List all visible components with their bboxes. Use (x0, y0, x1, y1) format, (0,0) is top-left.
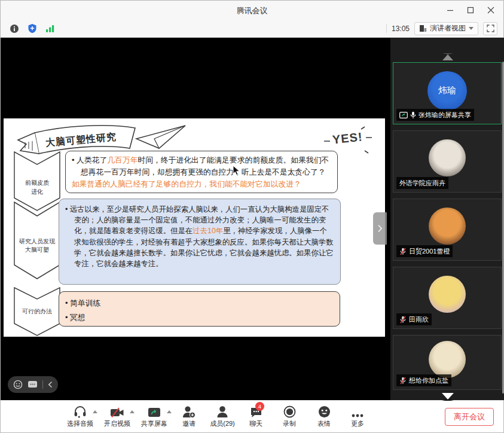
participant-tile-3[interactable]: 日贸2001蕾橙 (393, 199, 502, 261)
danmaku-button[interactable] (28, 380, 38, 389)
maximize-icon (467, 7, 474, 14)
mouse-cursor (233, 165, 240, 176)
invite-label: 邀请 (182, 419, 196, 428)
leave-meeting-button[interactable]: 离开会议 (445, 408, 494, 426)
camera-options-caret (130, 410, 135, 413)
danmaku-icon (28, 380, 38, 389)
scroll-down-arrow[interactable] (442, 393, 454, 401)
bottom-toolbar: 选择音频 开启视频 共享屏幕 邀请 成员(29) 4 聊天 录制 (1, 400, 503, 432)
more-icon (351, 413, 364, 418)
sidebar-collapse-handle[interactable] (373, 212, 387, 245)
security-shield-icon (28, 23, 37, 33)
textbox-2-paragraph: 远古以来，至少是研究人员开始探索人脑以来，人们一直认为大脑构造是固定不变的；人的… (65, 204, 334, 269)
avatar (429, 341, 466, 378)
participant-name: 张炜瑜的屏幕共享 (419, 111, 471, 120)
record-icon (283, 405, 296, 418)
screen-share-indicator-icon (399, 112, 408, 118)
participant-name: 外语学院应雨卉 (399, 179, 445, 188)
chat-button[interactable]: 4 聊天 (240, 405, 272, 428)
participant-tile-4[interactable]: 田雨欣 (393, 267, 502, 329)
camera-off-icon (110, 407, 124, 418)
topbar-right-group: 13:05 演讲者视图 (386, 22, 497, 35)
chevron-right-icon (377, 224, 383, 233)
mic-on-icon (410, 111, 416, 119)
window-title: 腾讯会议 (1, 5, 503, 16)
smiley-icon (318, 405, 331, 418)
audio-options-caret (93, 410, 97, 413)
avatar (429, 276, 466, 313)
info-icon (10, 24, 19, 33)
invite-button[interactable]: 邀请 (173, 405, 205, 428)
window-controls (440, 1, 501, 20)
headset-icon (74, 405, 87, 418)
meeting-content: 大脑可塑性研究 YES! 前额皮质 进化 研究人员发现 大脑可塑 (1, 38, 503, 400)
camera-toggle-button[interactable]: 开启视频 (99, 405, 136, 428)
network-status-button[interactable] (42, 23, 58, 35)
textbox-1-paragraph: 人类花了几百万年时间，终于进化出了能满足要求的前额皮质。如果我们不想再花一百万年… (72, 154, 331, 190)
slide-textbox-2: 远古以来，至少是研究人员开始探索人脑以来，人们一直认为大脑构造是固定不变的；人的… (59, 199, 341, 285)
record-button[interactable]: 录制 (272, 405, 307, 428)
mic-muted-icon (399, 248, 407, 255)
minimize-button[interactable] (440, 1, 460, 20)
camera-toggle-label: 开启视频 (104, 419, 130, 428)
network-signal-icon (45, 25, 55, 33)
reaction-pill (8, 376, 58, 393)
audio-select-button[interactable]: 选择音频 (62, 405, 99, 428)
avatar: 炜瑜 (427, 71, 467, 111)
participant-4-label: 田雨欣 (396, 313, 432, 325)
chevron-down-icon (469, 27, 474, 30)
record-label: 录制 (283, 419, 296, 428)
screen-share-button[interactable]: 共享屏幕 (136, 405, 173, 428)
close-button[interactable] (481, 1, 501, 20)
reactions-label: 表情 (317, 419, 331, 428)
titlebar: 腾讯会议 (1, 1, 503, 20)
security-button[interactable] (25, 23, 40, 35)
minimize-icon (447, 7, 454, 14)
yes-doodle: YES! (323, 126, 373, 154)
slide-textbox-1: 人类花了几百万年时间，终于进化出了能满足要求的前额皮质。如果我们不想再花一百万年… (65, 151, 338, 193)
participants-sidebar: 炜瑜 张炜瑜的屏幕共享 外语学院应雨卉 日贸2001蕾橙 (390, 38, 504, 400)
chevron-step-2: 研究人员发现 大脑可塑 (14, 202, 60, 279)
mic-muted-icon (399, 316, 407, 324)
participant-name: 想给你加点盐 (409, 376, 448, 385)
scroll-up-arrow[interactable] (442, 53, 453, 60)
close-icon (487, 7, 494, 14)
chevron-2-label: 研究人员发现 大脑可塑 (14, 237, 60, 255)
chevron-step-3: 可行的办法 (14, 287, 60, 336)
smiley-icon (13, 380, 23, 389)
participant-name: 田雨欣 (409, 315, 429, 324)
meeting-topbar: 13:05 演讲者视图 (1, 20, 503, 38)
participant-3-label: 日贸2001蕾橙 (396, 245, 453, 257)
participant-5-label: 想给你加点盐 (396, 374, 451, 386)
participant-2-label: 外语学院应雨卉 (396, 177, 448, 189)
person-icon (216, 405, 228, 418)
participant-tile-2[interactable]: 外语学院应雨卉 (393, 130, 502, 193)
fullscreen-button[interactable] (483, 22, 497, 35)
meeting-clock: 13:05 (392, 25, 410, 33)
meeting-info-button[interactable] (7, 23, 22, 35)
view-mode-label: 演讲者视图 (430, 23, 466, 33)
maximize-button[interactable] (460, 1, 481, 20)
participant-tile-1[interactable]: 炜瑜 张炜瑜的屏幕共享 (393, 62, 502, 124)
more-label: 更多 (351, 419, 364, 428)
share-options-caret (167, 410, 172, 413)
participant-name: 日贸2001蕾橙 (409, 247, 450, 256)
screen-share-label: 共享屏幕 (141, 419, 167, 428)
pill-divider (42, 380, 43, 389)
chat-unread-badge: 4 (255, 402, 264, 411)
view-mode-dropdown[interactable]: 演讲者视图 (414, 22, 478, 35)
chevron-1-label: 前额皮质 进化 (14, 179, 60, 196)
shared-screen-area: 大脑可塑性研究 YES! 前额皮质 进化 研究人员发现 大脑可塑 (1, 38, 390, 400)
emoji-reaction-button[interactable] (13, 380, 23, 389)
members-button[interactable]: 成员(29) (205, 405, 240, 428)
person-add-icon (182, 405, 196, 418)
more-button[interactable]: 更多 (341, 405, 374, 428)
chat-label: 聊天 (249, 419, 262, 428)
textbox-3-item-1: 简单训练 (65, 296, 334, 310)
participant-tile-5[interactable]: 想给你加点盐 (393, 335, 502, 390)
collapse-pill-button[interactable] (48, 381, 53, 388)
reactions-button[interactable]: 表情 (307, 405, 341, 428)
members-label: 成员(29) (210, 419, 235, 428)
layout-grid-icon (419, 25, 427, 32)
participant-1-label: 张炜瑜的屏幕共享 (396, 109, 474, 121)
